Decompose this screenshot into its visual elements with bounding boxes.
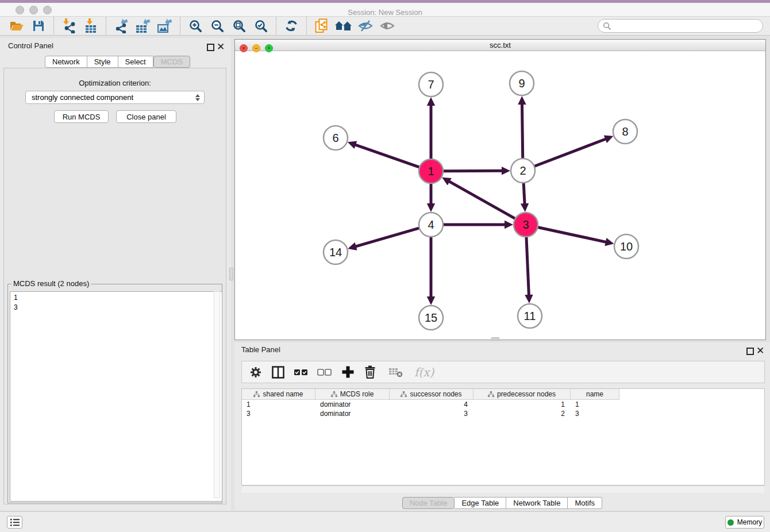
delete-table-button[interactable] <box>388 366 403 379</box>
graph-node-4[interactable]: 4 <box>419 213 443 237</box>
graph-edge-1-4[interactable] <box>427 183 435 212</box>
window-splitter-handle[interactable] <box>491 337 499 341</box>
graph-edge-1-6[interactable] <box>348 141 419 167</box>
graph-node-10[interactable]: 10 <box>614 234 638 259</box>
tab-motifs[interactable]: Motifs <box>568 497 602 509</box>
svg-text:9: 9 <box>518 77 525 90</box>
graph-node-6[interactable]: 6 <box>324 126 348 150</box>
graph-edge-3-10[interactable] <box>538 227 614 246</box>
settings-gear-button[interactable] <box>249 365 263 379</box>
graph-node-11[interactable]: 11 <box>518 304 542 328</box>
graph-node-3[interactable]: 3 <box>514 213 538 237</box>
export-table-icon <box>135 18 151 33</box>
tab-style[interactable]: Style <box>87 56 118 68</box>
tree-hierarchy-icon <box>401 391 407 397</box>
graph-node-1[interactable]: 1 <box>419 159 443 183</box>
table-row[interactable]: 1dominator411 <box>242 400 764 409</box>
graph-edge-1-7[interactable] <box>427 97 435 159</box>
tab-edge-table[interactable]: Edge Table <box>455 497 506 509</box>
import-table-icon <box>83 18 98 33</box>
delete-row-button[interactable] <box>364 365 376 379</box>
export-network-button[interactable] <box>110 17 132 34</box>
column-header-predecessor-nodes[interactable]: predecessor nodes <box>473 389 571 400</box>
search-input[interactable] <box>614 20 763 32</box>
toolbar-search-field[interactable] <box>598 19 763 33</box>
show-graphics-details-button[interactable] <box>376 17 398 34</box>
graph-edge-3-1[interactable] <box>442 178 515 219</box>
function-builder-button[interactable]: f(x) <box>414 365 434 379</box>
import-table-button[interactable] <box>80 17 102 34</box>
graph-node-14[interactable]: 14 <box>324 240 348 264</box>
table-horizontal-scrollbar[interactable] <box>242 485 764 493</box>
table-cell[interactable]: 3 <box>242 409 315 418</box>
export-table-button[interactable] <box>132 17 154 34</box>
float-panel-button[interactable] <box>207 43 214 53</box>
graph-edge-4-14[interactable] <box>348 228 419 250</box>
graph-edge-2-3[interactable] <box>521 183 529 212</box>
column-header-shared-name[interactable]: shared name <box>242 389 315 400</box>
memory-button[interactable]: Memory <box>725 516 764 529</box>
graph-edge-3-11[interactable] <box>525 237 533 303</box>
graph-edge-4-3[interactable] <box>443 221 513 229</box>
import-network-icon <box>61 18 76 33</box>
graph-edge-2-9[interactable] <box>518 96 526 159</box>
close-panel-button[interactable]: ✕ <box>217 42 225 52</box>
network-canvas[interactable]: 7968124314101511 <box>235 51 765 340</box>
graph-node-7[interactable]: 7 <box>419 72 443 97</box>
zoom-in-button[interactable] <box>184 17 206 34</box>
column-header-successor-nodes[interactable]: successor nodes <box>390 389 473 400</box>
select-all-checkboxes-button[interactable] <box>294 368 309 376</box>
table-cell[interactable]: 1 <box>242 400 315 409</box>
show-columns-button[interactable] <box>271 365 285 379</box>
panel-splitter-handle[interactable] <box>229 268 233 280</box>
table-cell[interactable]: 4 <box>390 400 473 409</box>
result-scrollbar[interactable] <box>214 291 220 498</box>
mcds-result-text[interactable]: 13 <box>10 291 222 502</box>
table-row[interactable]: 3dominator323 <box>242 409 764 418</box>
run-mcds-button[interactable]: Run MCDS <box>54 110 109 123</box>
network-window-titlebar[interactable]: ×−+ scc.txt <box>235 40 765 51</box>
control-panel-title: Control Panel <box>8 41 53 50</box>
table-cell[interactable]: 3 <box>571 409 619 418</box>
column-header-name[interactable]: name <box>571 389 619 400</box>
open-session-button[interactable] <box>6 17 28 34</box>
table-cell[interactable]: 1 <box>571 400 619 409</box>
tab-node-table[interactable]: Node Table <box>402 497 455 509</box>
memory-status-icon <box>727 519 734 526</box>
graph-node-9[interactable]: 9 <box>510 71 534 95</box>
add-row-button[interactable] <box>341 365 355 379</box>
float-table-panel-button[interactable] <box>746 347 754 357</box>
tab-mcds[interactable]: MCDS <box>153 56 190 68</box>
export-image-button[interactable] <box>154 17 176 34</box>
graph-node-15[interactable]: 15 <box>419 306 443 330</box>
table-cell[interactable]: dominator <box>315 409 390 418</box>
zoom-fit-button[interactable] <box>228 17 250 34</box>
graph-edge-1-2[interactable] <box>443 167 510 175</box>
table-cell[interactable]: dominator <box>315 400 390 409</box>
table-cell[interactable]: 3 <box>390 409 473 418</box>
graph-node-8[interactable]: 8 <box>613 119 637 144</box>
table-cell[interactable]: 2 <box>473 409 571 418</box>
deselect-all-checkboxes-button[interactable] <box>317 368 332 376</box>
close-panel-action-button[interactable]: Close panel <box>116 110 176 123</box>
import-network-button[interactable] <box>58 17 80 34</box>
table-cell[interactable]: 1 <box>473 400 571 409</box>
home-view-button[interactable] <box>333 17 355 34</box>
close-table-panel-button[interactable]: ✕ <box>756 346 764 356</box>
graph-node-2[interactable]: 2 <box>511 159 535 183</box>
task-history-button[interactable] <box>7 516 22 529</box>
clone-network-button[interactable] <box>311 17 333 34</box>
column-header-mcds-role[interactable]: MCDS role <box>315 389 390 400</box>
hide-graphics-details-button[interactable] <box>355 17 376 34</box>
criterion-dropdown[interactable]: strongly connected component <box>25 91 205 104</box>
zoom-selected-button[interactable] <box>250 17 272 34</box>
save-session-button[interactable] <box>28 17 49 34</box>
refresh-view-button[interactable] <box>280 17 302 34</box>
tab-select[interactable]: Select <box>118 56 153 68</box>
graph-edge-2-8[interactable] <box>534 135 614 166</box>
tab-network-table[interactable]: Network Table <box>506 497 568 509</box>
graph-edge-4-15[interactable] <box>427 237 435 305</box>
tab-network[interactable]: Network <box>45 56 87 68</box>
zoom-out-button[interactable] <box>206 17 228 34</box>
app-titlebar: Session: New Session <box>0 3 770 17</box>
